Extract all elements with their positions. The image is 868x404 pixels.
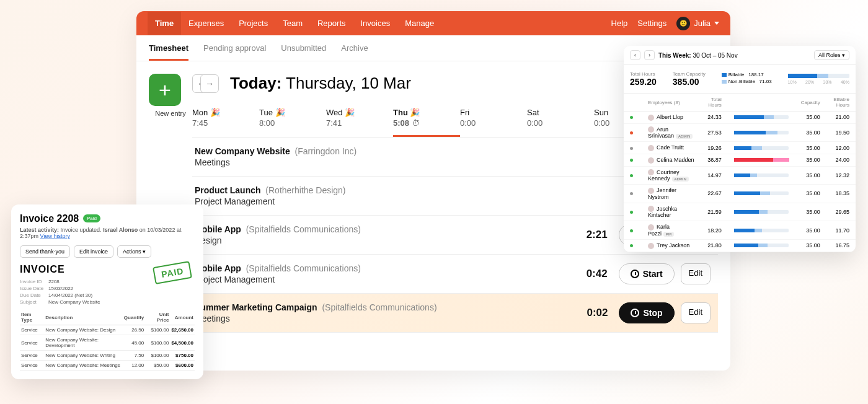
capacity-row[interactable]: Albert Llop24.3335.0021.00 (624, 112, 856, 124)
view-history-link[interactable]: View history (40, 233, 70, 239)
weekday-thu[interactable]: Thu 🎉5:08 ⏱ (393, 104, 460, 137)
week-label: This Week: 30 Oct – 05 Nov (658, 52, 738, 59)
send-thankyou-button[interactable]: Send thank-you (20, 245, 70, 258)
capacity-row[interactable]: Jennifer Nystrom22.6735.0018.35 (624, 185, 856, 203)
stop-button[interactable]: Stop (619, 302, 674, 323)
capacity-row[interactable]: Celina Madden36.8735.0024.00 (624, 154, 856, 166)
clock-icon (631, 270, 639, 278)
roles-filter[interactable]: All Roles ▾ (814, 50, 849, 60)
weekday-mon[interactable]: Mon 🎉7:45 (192, 104, 259, 137)
edit-button[interactable]: Edit (681, 302, 711, 323)
invoice-line: ServiceNew Company Website: Development4… (20, 335, 195, 351)
next-week-button[interactable]: › (644, 50, 655, 60)
invoice-line: ServiceNew Company Website: Writing7.50$… (20, 351, 195, 361)
subnav-archive[interactable]: Archive (341, 35, 368, 61)
summary-bar: 10%20%30%40% (788, 71, 849, 84)
actions-menu[interactable]: Actions ▾ (117, 245, 151, 258)
page-title: Today: Thursday, 10 Mar (230, 74, 411, 93)
new-entry-label: New entry (149, 110, 192, 117)
nav-tab-time[interactable]: Time (148, 12, 181, 35)
new-entry-button[interactable]: + (149, 74, 181, 106)
invoice-panel: Invoice 2208 Paid Latest activity: Invoi… (11, 204, 203, 379)
legend: Billable 188.17 Non-Billable 71.03 (722, 71, 772, 85)
prev-week-button[interactable]: ‹ (630, 50, 640, 60)
capacity-row[interactable]: Courtney KennedyADMIN14.9735.0012.32 (624, 166, 856, 185)
next-day-button[interactable]: → (200, 74, 219, 93)
capacity-row[interactable]: Arun SrinivasanADMIN27.5335.0019.50 (624, 123, 856, 142)
time-entry: Mobile App (Spitalfields Communications)… (192, 255, 718, 294)
help-link[interactable]: Help (611, 19, 628, 28)
capacity-table: Employees (8)Total HoursCapacityBillable… (624, 94, 856, 252)
invoice-line: ServiceNew Company Website: Meetings12.0… (20, 361, 195, 371)
plus-icon: + (159, 79, 171, 100)
capacity-row[interactable]: Trey Jackson21.8035.0016.75 (624, 240, 856, 252)
user-name: Julia (694, 19, 711, 28)
invoice-lines: Item TypeDescriptionQuantityUnit PriceAm… (20, 310, 195, 371)
nav-tab-manage[interactable]: Manage (397, 12, 441, 35)
time-entry: Summer Marketing Campaign (Spitalfields … (192, 294, 718, 333)
nav-tab-reports[interactable]: Reports (310, 12, 353, 35)
capacity-row[interactable]: Joschka Kintscher21.5935.0029.65 (624, 203, 856, 221)
subnav-timesheet[interactable]: Timesheet (149, 35, 188, 61)
duration: 0:42 (570, 268, 608, 280)
nav-tab-expenses[interactable]: Expenses (181, 12, 231, 35)
subnav-pending-approval[interactable]: Pending approval (203, 35, 266, 61)
weekday-sat[interactable]: Sat 0:00 (527, 104, 594, 137)
edit-button[interactable]: Edit (681, 263, 711, 284)
weekday-fri[interactable]: Fri 0:00 (460, 104, 527, 137)
subnav-unsubmitted[interactable]: Unsubmitted (281, 35, 326, 61)
weekday-tue[interactable]: Tue 🎉8:00 (259, 104, 326, 137)
start-button[interactable]: Start (619, 263, 675, 284)
status-badge: Paid (83, 214, 100, 222)
invoice-line: ServiceNew Company Website: Design26.50$… (20, 325, 195, 335)
chevron-down-icon (714, 22, 719, 25)
duration: 0:02 (570, 307, 608, 319)
nav-tab-projects[interactable]: Projects (231, 12, 275, 35)
duration: 2:21 (570, 229, 608, 241)
avatar: 🙂 (676, 17, 690, 30)
weekday-wed[interactable]: Wed 🎉7:41 (326, 104, 393, 137)
clock-icon (631, 309, 639, 317)
top-nav: TimeExpensesProjectsTeamReportsInvoicesM… (136, 11, 730, 35)
activity-line: Latest activity: Invoice updated. Israel… (20, 227, 195, 239)
edit-invoice-button[interactable]: Edit invoice (74, 245, 113, 258)
settings-link[interactable]: Settings (637, 19, 666, 28)
capacity-row[interactable]: Cade Truitt19.2635.0012.00 (624, 142, 856, 154)
invoice-title: Invoice 2208 (20, 213, 79, 224)
user-menu[interactable]: 🙂 Julia (676, 17, 719, 30)
nav-tab-team[interactable]: Team (275, 12, 310, 35)
team-capacity-panel: ‹ › This Week: 30 Oct – 05 Nov All Roles… (624, 46, 856, 252)
capacity-row[interactable]: Karla PozziPM18.2035.0011.70 (624, 221, 856, 240)
nav-tab-invoices[interactable]: Invoices (353, 12, 398, 35)
